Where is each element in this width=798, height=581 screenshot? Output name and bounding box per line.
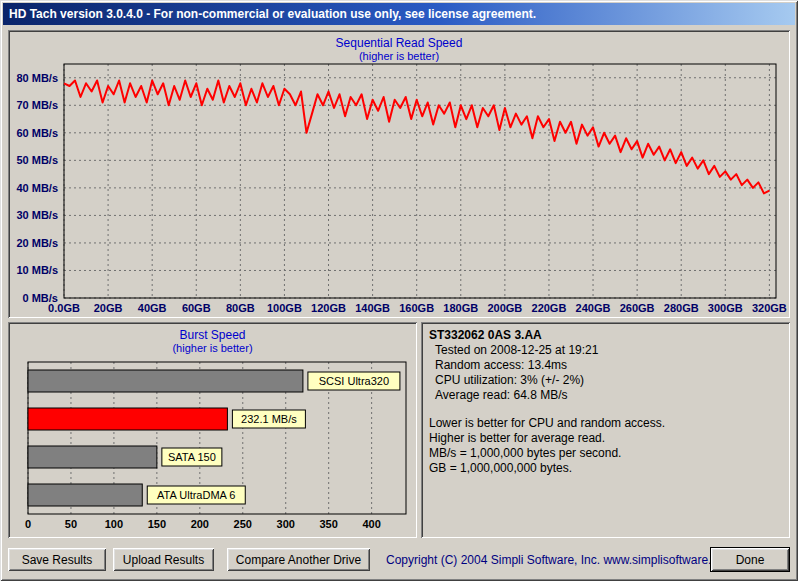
info-line-cpu-utilization: CPU utilization: 3% (+/- 2%) [429, 373, 782, 388]
svg-text:260GB: 260GB [620, 302, 655, 314]
burst-speed-panel: 050100150200250300350400SCSI Ultra320232… [8, 322, 417, 538]
svg-text:50 MB/s: 50 MB/s [16, 154, 58, 166]
svg-text:180GB: 180GB [443, 302, 478, 314]
svg-text:232.1 MB/s: 232.1 MB/s [241, 413, 297, 425]
svg-text:ATA UltraDMA 6: ATA UltraDMA 6 [157, 489, 235, 501]
svg-text:SATA 150: SATA 150 [168, 451, 216, 463]
svg-text:150: 150 [148, 518, 166, 530]
svg-text:SCSI Ultra320: SCSI Ultra320 [319, 375, 389, 387]
svg-text:0 MB/s: 0 MB/s [23, 292, 58, 304]
info-line-average-read: Average read: 64.8 MB/s [429, 388, 782, 403]
svg-text:10 MB/s: 10 MB/s [16, 264, 58, 276]
svg-text:20GB: 20GB [94, 302, 123, 314]
info-note: Lower is better for CPU and random acces… [429, 416, 782, 431]
info-note: GB = 1,000,000,000 bytes. [429, 461, 782, 476]
read-chart-subtitle: (higher is better) [8, 50, 790, 62]
svg-text:300: 300 [277, 518, 295, 530]
svg-text:400: 400 [362, 518, 380, 530]
read-chart-title: Sequential Read Speed [8, 36, 790, 50]
svg-text:140GB: 140GB [355, 302, 390, 314]
info-note: Higher is better for average read. [429, 431, 782, 446]
title-bar: HD Tach version 3.0.4.0 - For non-commer… [3, 3, 795, 25]
svg-text:350: 350 [320, 518, 338, 530]
drive-info-content: ST332062 0AS 3.AA Tested on 2008-12-25 a… [429, 328, 782, 476]
svg-text:240GB: 240GB [576, 302, 611, 314]
svg-text:160GB: 160GB [399, 302, 434, 314]
save-results-button[interactable]: Save Results [8, 548, 106, 571]
compare-another-drive-button[interactable]: Compare Another Drive [227, 548, 370, 571]
svg-text:100: 100 [105, 518, 123, 530]
svg-text:70 MB/s: 70 MB/s [16, 99, 58, 111]
copyright-text: Copyright (C) 2004 Simpli Software, Inc.… [386, 553, 734, 567]
svg-text:80 MB/s: 80 MB/s [16, 72, 58, 84]
svg-text:250: 250 [234, 518, 252, 530]
svg-text:280GB: 280GB [664, 302, 699, 314]
svg-text:100GB: 100GB [267, 302, 302, 314]
drive-info-panel: ST332062 0AS 3.AA Tested on 2008-12-25 a… [421, 322, 790, 538]
svg-text:320GB: 320GB [752, 302, 787, 314]
sequential-read-panel: 0.0GB20GB40GB60GB80GB100GB120GB140GB160G… [8, 30, 790, 318]
svg-text:40 MB/s: 40 MB/s [16, 182, 58, 194]
svg-text:120GB: 120GB [311, 302, 346, 314]
svg-text:50: 50 [65, 518, 77, 530]
svg-text:200GB: 200GB [487, 302, 522, 314]
svg-text:60GB: 60GB [182, 302, 211, 314]
burst-chart-subtitle: (higher is better) [8, 342, 417, 354]
info-notes: Lower is better for CPU and random acces… [429, 416, 782, 476]
burst-chart-title: Burst Speed [8, 328, 417, 342]
burst-speed-chart: 050100150200250300350400SCSI Ultra320232… [10, 324, 415, 534]
sequential-read-chart: 0.0GB20GB40GB60GB80GB100GB120GB140GB160G… [10, 32, 788, 316]
info-line-random-access: Random access: 13.4ms [429, 358, 782, 373]
svg-text:60 MB/s: 60 MB/s [16, 127, 58, 139]
svg-text:0: 0 [25, 518, 31, 530]
hdtach-window: HD Tach version 3.0.4.0 - For non-commer… [0, 0, 798, 581]
info-line-tested: Tested on 2008-12-25 at 19:21 [429, 343, 782, 358]
svg-text:30 MB/s: 30 MB/s [16, 209, 58, 221]
svg-text:300GB: 300GB [708, 302, 743, 314]
svg-text:200: 200 [191, 518, 209, 530]
upload-results-button[interactable]: Upload Results [113, 548, 214, 571]
svg-text:80GB: 80GB [226, 302, 255, 314]
done-button[interactable]: Done [710, 547, 790, 572]
info-note: MB/s = 1,000,000 bytes per second. [429, 446, 782, 461]
window-title: HD Tach version 3.0.4.0 - For non-commer… [9, 7, 536, 21]
svg-text:220GB: 220GB [532, 302, 567, 314]
svg-text:20 MB/s: 20 MB/s [16, 237, 58, 249]
svg-text:40GB: 40GB [138, 302, 167, 314]
drive-model-title: ST332062 0AS 3.AA [429, 328, 782, 343]
